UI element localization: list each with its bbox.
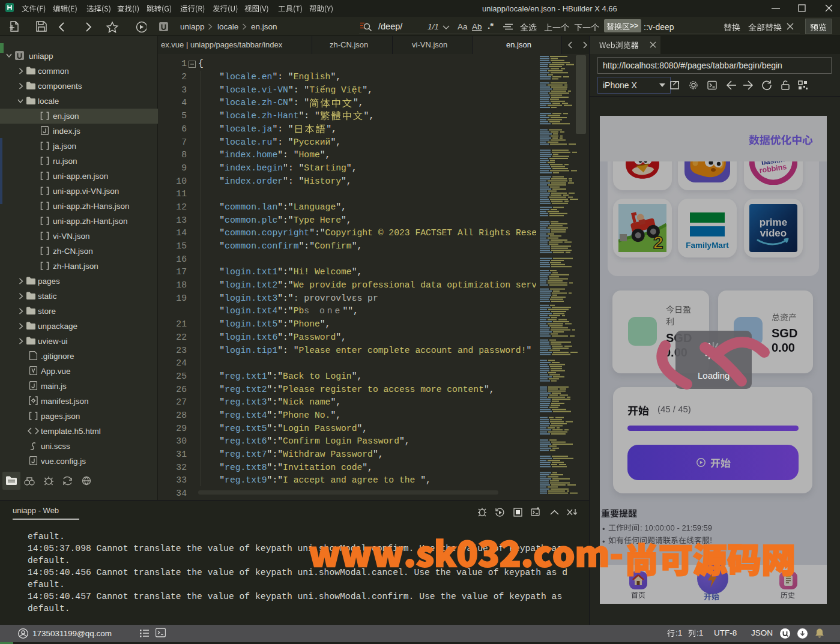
- svg-text:2: 2: [653, 232, 663, 252]
- svg-text:video: video: [760, 227, 787, 239]
- svg-text:FamilyMart: FamilyMart: [686, 241, 729, 250]
- svg-text:prime: prime: [760, 217, 787, 228]
